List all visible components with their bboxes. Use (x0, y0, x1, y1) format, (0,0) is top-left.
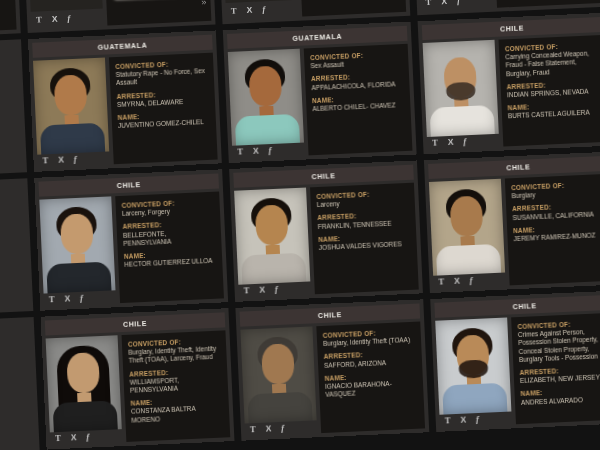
truth-social-icon[interactable]: T (55, 434, 61, 443)
fugitive-card[interactable]: CHILE T X f CONVICTED OF: (430, 290, 600, 431)
shirt-shape (40, 123, 105, 155)
fugitive-card[interactable]: GUATEMALA T X f CONVICTED OF: (223, 22, 417, 163)
x-twitter-icon[interactable]: X (460, 416, 466, 425)
name-section: NAME: JEREMY RAMIREZ-MUNOZ (513, 223, 600, 244)
neck-shape (71, 254, 86, 269)
neck-shape (467, 375, 482, 390)
arrested-section: ARRESTED: INDIAN SPRINGS, NEVADA (506, 79, 599, 100)
face-shape (60, 213, 94, 254)
neck-shape (259, 106, 274, 121)
convicted-section: CONVICTED OF: Larceny (316, 189, 409, 210)
truth-social-icon[interactable]: T (426, 0, 432, 7)
x-twitter-icon[interactable]: X (448, 138, 454, 147)
cutoff-card[interactable]: T X f » (411, 0, 600, 15)
photo-column: T X f (429, 179, 506, 289)
x-twitter-icon[interactable]: X (58, 156, 64, 165)
photo-column: T X f (240, 326, 317, 436)
mugshot-photo (435, 318, 511, 415)
beard-shape (446, 82, 476, 101)
fugitive-card[interactable]: CHILE T X f CONVICTED OF: (34, 169, 228, 310)
face-shape (456, 334, 490, 375)
facebook-icon[interactable]: f (463, 137, 466, 146)
x-twitter-icon[interactable]: X (71, 433, 77, 442)
truth-social-icon[interactable]: T (250, 425, 256, 434)
cutoff-card[interactable]: T X f » (22, 0, 216, 33)
facebook-icon[interactable]: f (470, 276, 473, 285)
convicted-section: CONVICTED OF: Sex Assault (310, 50, 403, 71)
face-shape (248, 66, 282, 107)
facebook-icon[interactable]: f (281, 424, 284, 433)
hair-shape (56, 345, 111, 423)
truth-social-icon[interactable]: T (438, 278, 444, 287)
convicted-section: CONVICTED OF: Burglary (511, 180, 600, 201)
details-panel: CONVICTED OF: Sex Assault ARRESTED: APPA… (304, 44, 413, 156)
face-shape (255, 204, 289, 245)
mugshot-photo (429, 179, 505, 276)
x-twitter-icon[interactable]: X (253, 147, 259, 156)
shirt-shape (241, 253, 306, 285)
fugitive-card[interactable]: CHILE T X f CONVICTED OF: (424, 152, 600, 293)
facebook-icon[interactable]: f (275, 285, 278, 294)
facebook-icon[interactable]: f (74, 155, 77, 164)
truth-social-icon[interactable]: T (36, 16, 42, 25)
convicted-value: Carrying Concealed Weapon, Fraud - False… (505, 49, 598, 78)
facebook-icon[interactable]: f (86, 433, 89, 442)
arrested-section: ARRESTED: SMYRNA, DELAWARE (117, 88, 210, 109)
truth-social-icon[interactable]: T (445, 416, 451, 425)
shirt-shape (235, 114, 300, 146)
cutoff-card[interactable]: T X f » (216, 0, 410, 24)
convicted-value: Crimes Against Person, Possession Stolen… (518, 327, 600, 364)
cards-grid: T X f » T X f » T X f » (0, 0, 600, 450)
cutoff-card[interactable]: T X f » (0, 0, 21, 42)
x-twitter-icon[interactable]: X (259, 286, 265, 295)
arrested-section: ARRESTED: SAFFORD, ARIZONA (324, 349, 417, 370)
arrested-value: BELLEFONTE, PENNSYLVANIA (123, 227, 216, 248)
fugitives-grid-page: T X f » T X f » T X f » (0, 0, 600, 450)
x-twitter-icon[interactable]: X (52, 15, 58, 24)
details-panel (492, 0, 600, 8)
truth-social-icon[interactable]: T (243, 286, 249, 295)
convicted-section: CONVICTED OF: Crimes Against Person, Pos… (517, 319, 600, 364)
card-body: T X f CONVICTED OF: Burglary, Identity T… (46, 330, 231, 445)
convicted-section: CONVICTED OF: Statutory Rape - No Force,… (115, 59, 208, 88)
fugitive-card[interactable]: CHILE T X f CONVICTED OF: (235, 299, 429, 440)
hair-shape (250, 197, 292, 233)
truth-social-icon[interactable]: T (432, 139, 438, 148)
card-body: T X f CONVICTED OF: Crimes Against Perso… (435, 313, 600, 428)
truth-social-icon[interactable]: T (42, 156, 48, 165)
facebook-icon[interactable]: f (457, 0, 460, 5)
facebook-icon[interactable]: f (80, 294, 83, 303)
x-twitter-icon[interactable]: X (441, 0, 447, 6)
facebook-icon[interactable]: f (262, 5, 265, 14)
convicted-section: CONVICTED OF: Burglary, Identity Theft (… (323, 328, 416, 349)
x-twitter-icon[interactable]: X (454, 277, 460, 286)
fugitive-card[interactable]: GUATEMALA T X f CONVICTED OF: (28, 30, 222, 171)
truth-social-icon[interactable]: T (231, 7, 237, 16)
x-twitter-icon[interactable]: X (246, 6, 252, 15)
facebook-icon[interactable]: f (268, 146, 271, 155)
name-section: NAME: ALBERTO CHILEL- CHAVEZ (312, 93, 405, 114)
card-body: T X f CONVICTED OF: Burglary ARRESTED: S… (429, 174, 600, 289)
truth-social-icon[interactable]: T (49, 295, 55, 304)
fugitive-card[interactable]: CHILE T X f CONVICTED OF: (41, 308, 235, 449)
neck-shape (266, 245, 281, 260)
x-twitter-icon[interactable]: X (64, 295, 70, 304)
face-shape (54, 74, 88, 115)
hair-shape (257, 336, 299, 372)
truth-social-icon[interactable]: T (237, 148, 243, 157)
fugitive-card[interactable]: CHILE T X f CONVICTED OF: (229, 160, 423, 301)
cutoff-card-sliver (0, 178, 33, 319)
x-twitter-icon[interactable]: X (265, 425, 271, 434)
mugshot-photo (33, 58, 109, 155)
facebook-icon[interactable]: f (476, 415, 479, 424)
details-panel: CONVICTED OF: Larceny, Forgery ARRESTED:… (115, 191, 224, 303)
name-value: CONSTANZA BALTRA MORENO (131, 404, 224, 425)
neck-shape (272, 384, 287, 399)
facebook-icon[interactable]: f (67, 14, 70, 23)
fugitive-card[interactable]: CHILE T X f CONVICTED OF: (418, 13, 600, 154)
name-section: NAME: JOSHUA VALDES VIGORES (318, 232, 411, 253)
arrested-value: WILLIAMSPORT, PENNSYLVANIA (130, 374, 223, 395)
name-section: NAME: ANDRES ALVARADO (520, 386, 600, 407)
chevrons-right-icon[interactable]: » (201, 0, 206, 7)
details-panel: CONVICTED OF: Statutory Rape - No Force,… (109, 53, 218, 165)
